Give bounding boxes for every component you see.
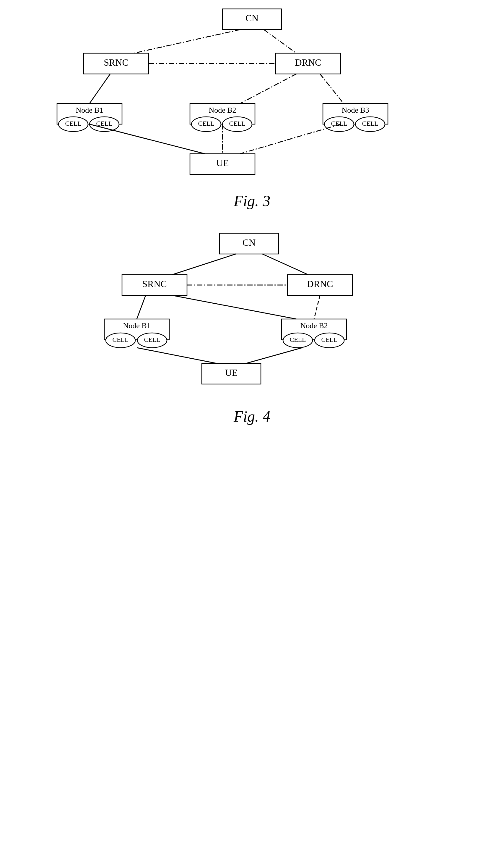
fig4-nodeb2-cell2-label: CELL bbox=[321, 336, 338, 343]
fig3-nodeb3-cell2-label: CELL bbox=[362, 120, 378, 127]
fig4-nodeb1-cell2-label: CELL bbox=[144, 336, 160, 343]
fig3-cn-label: CN bbox=[245, 13, 259, 23]
fig4-nodeb1-ue-line bbox=[137, 348, 217, 363]
fig4-nodeb2-label: Node B2 bbox=[300, 321, 328, 330]
fig3-cn-srnc-line bbox=[134, 30, 240, 53]
fig4-srnc-nodeb1-line bbox=[137, 296, 146, 319]
fig3-nodeb1-label: Node B1 bbox=[76, 106, 103, 114]
fig4-drnc-label: DRNC bbox=[307, 278, 333, 289]
fig3-srnc-nodeb1-line bbox=[90, 74, 110, 103]
fig4-srnc-label: SRNC bbox=[142, 278, 167, 289]
fig3-drnc-label: DRNC bbox=[295, 57, 321, 68]
fig3-nodeb3-ue-line bbox=[240, 124, 341, 154]
fig3-section: CN SRNC DRNC Node B1 Node B2 Node B3 UE … bbox=[0, 0, 504, 227]
fig3-nodeb1-cell2-label: CELL bbox=[96, 120, 113, 127]
fig4-nodeb2-ue-line bbox=[246, 348, 302, 363]
fig4-drnc-nodeb2-line bbox=[314, 296, 320, 319]
fig3-ue-label: UE bbox=[216, 158, 229, 168]
fig3-nodeb2-cell1-label: CELL bbox=[198, 120, 215, 127]
fig4-nodeb1-label: Node B1 bbox=[123, 321, 150, 330]
fig3-srnc-label: SRNC bbox=[104, 57, 128, 68]
fig4-section: CN SRNC DRNC Node B1 Node B2 UE CELL CEL… bbox=[0, 227, 504, 443]
fig4-cn-srnc-line bbox=[172, 254, 236, 275]
fig3-drnc-nodeb2-line bbox=[240, 74, 296, 103]
fig4-nodeb2-cell1-label: CELL bbox=[290, 336, 306, 343]
fig3-cn-drnc-line bbox=[264, 30, 296, 53]
fig3-nodeb1-cell1-label: CELL bbox=[65, 120, 81, 127]
fig4-diagram: CN SRNC DRNC Node B1 Node B2 UE CELL CEL… bbox=[75, 227, 429, 399]
page: CN SRNC DRNC Node B1 Node B2 Node B3 UE … bbox=[0, 0, 504, 866]
fig3-nodeb1-ue-line bbox=[90, 124, 205, 154]
fig3-drnc-nodeb3-line bbox=[320, 74, 344, 103]
fig4-ue-label: UE bbox=[225, 367, 238, 378]
fig3-nodeb2-label: Node B2 bbox=[209, 106, 236, 114]
fig3-label: Fig. 3 bbox=[234, 192, 270, 210]
fig4-srnc-nodeb2-line bbox=[172, 296, 296, 319]
fig4-cn-drnc-line bbox=[262, 254, 308, 275]
fig4-label: Fig. 4 bbox=[234, 408, 270, 425]
fig3-diagram: CN SRNC DRNC Node B1 Node B2 Node B3 UE … bbox=[45, 0, 459, 183]
fig3-nodeb2-cell2-label: CELL bbox=[229, 120, 245, 127]
fig3-nodeb3-label: Node B3 bbox=[342, 106, 369, 114]
fig4-nodeb1-cell1-label: CELL bbox=[113, 336, 129, 343]
fig4-cn-label: CN bbox=[242, 237, 255, 248]
